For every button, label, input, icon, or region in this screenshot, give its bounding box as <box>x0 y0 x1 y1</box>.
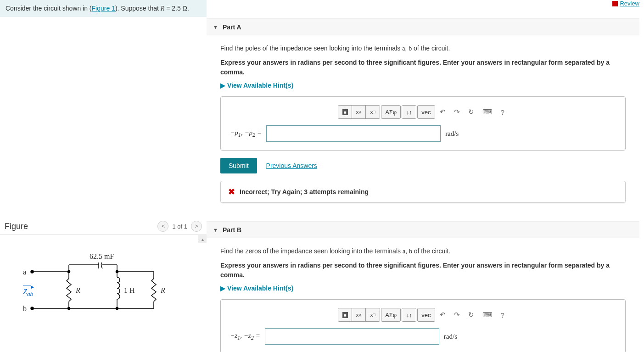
figure-section: Figure < 1 of 1 > ▴ 62.5 mF a b Zab ▶ <box>0 218 207 340</box>
vec-button[interactable]: vec <box>418 106 434 118</box>
figure-link[interactable]: Figure 1 <box>92 5 115 12</box>
answer-box-a: ■ x√ x□ ΑΣφ ↓↑ vec ↶ <box>220 96 626 151</box>
figure-next-button[interactable]: > <box>191 221 202 232</box>
subscript-button[interactable]: x□ <box>366 106 380 118</box>
answer-box-b: ■ x√ x□ ΑΣφ ↓↑ vec ↶ <box>220 299 626 352</box>
undo-button[interactable]: ↶ <box>436 308 449 321</box>
caret-right-icon: ▶ <box>220 82 225 89</box>
part-b-header[interactable]: ▼ Part B <box>207 221 639 238</box>
problem-variable: R <box>161 5 165 12</box>
figure-title: Figure <box>5 222 28 231</box>
problem-statement: Consider the circuit shown in (Figure 1)… <box>0 0 207 17</box>
caret-down-icon: ▼ <box>213 227 218 233</box>
problem-text-after: ). Suppose that <box>115 5 161 12</box>
reset-button[interactable]: ↻ <box>465 106 478 118</box>
keyboard-button[interactable]: ⌨ <box>479 308 496 321</box>
problem-text-before: Consider the circuit shown in ( <box>6 5 92 12</box>
arrows-button[interactable]: ↓↑ <box>402 106 416 118</box>
subscript-button[interactable]: x□ <box>366 308 380 321</box>
redo-button[interactable]: ↷ <box>450 106 464 118</box>
part-b-instruction2: Express your answers in radians per seco… <box>220 261 626 280</box>
terminal-b-label: b <box>23 305 27 313</box>
zab-label: Zab ▶ <box>23 288 33 298</box>
part-b-instruction1: Find the zeros of the impedance seen loo… <box>220 246 626 256</box>
fraction-button[interactable]: x√ <box>352 308 366 321</box>
part-b-section: ▼ Part B Find the zeros of the impedance… <box>207 221 639 352</box>
templates-button[interactable]: ■ <box>338 308 352 321</box>
figure-prev-button[interactable]: < <box>157 221 168 232</box>
vec-button[interactable]: vec <box>418 308 434 321</box>
flag-icon <box>612 1 618 6</box>
answer-input-a[interactable] <box>266 125 441 142</box>
answer-unit-b: rad/s <box>444 333 457 341</box>
part-a-section: ▼ Part A Find the poles of the impedance… <box>207 18 639 207</box>
toolbar-b: ■ x√ x□ ΑΣφ ↓↑ vec ↶ <box>230 308 616 322</box>
feedback-text-a: Incorrect; Try Again; 3 attempts remaini… <box>240 188 369 196</box>
r1-label: R <box>76 286 80 295</box>
answer-label-a: −p1, −p2 = <box>230 129 262 139</box>
greek-button[interactable]: ΑΣφ <box>381 308 400 321</box>
answer-input-b[interactable] <box>265 328 439 345</box>
part-a-title: Part A <box>223 23 241 31</box>
previous-answers-a[interactable]: Previous Answers <box>266 162 317 169</box>
capacitor-label: 62.5 mF <box>90 252 114 261</box>
scroll-up-icon[interactable]: ▴ <box>198 235 207 243</box>
help-button[interactable]: ? <box>497 309 508 321</box>
problem-value: = 2.5 Ω. <box>164 5 189 12</box>
keyboard-button[interactable]: ⌨ <box>479 106 496 118</box>
help-button[interactable]: ? <box>497 106 508 118</box>
view-hints-b[interactable]: ▶ View Available Hint(s) <box>220 285 626 292</box>
inductor-label: 1 H <box>124 286 135 295</box>
redo-button[interactable]: ↷ <box>450 308 464 321</box>
part-a-header[interactable]: ▼ Part A <box>207 18 639 35</box>
arrows-button[interactable]: ↓↑ <box>402 308 416 321</box>
answer-unit-a: rad/s <box>445 130 459 138</box>
caret-right-icon: ▶ <box>220 285 225 292</box>
r2-label: R <box>161 286 165 295</box>
circuit-diagram: 62.5 mF a b Zab ▶ R 1 H R <box>23 263 184 327</box>
answer-label-b: −z1, −z2 = <box>230 332 260 341</box>
fraction-button[interactable]: x√ <box>352 106 366 118</box>
terminal-a-label: a <box>23 268 26 276</box>
part-a-instruction1: Find the poles of the impedance seen loo… <box>220 44 626 53</box>
feedback-box-a: ✖ Incorrect; Try Again; 3 attempts remai… <box>220 181 626 203</box>
figure-body: ▴ 62.5 mF a b Zab ▶ R 1 H R <box>0 235 207 340</box>
reset-button[interactable]: ↻ <box>465 308 478 321</box>
caret-down-icon: ▼ <box>213 24 218 30</box>
review-link[interactable]: Review <box>612 0 639 7</box>
submit-button-a[interactable]: Submit <box>220 158 257 173</box>
incorrect-icon: ✖ <box>228 187 235 197</box>
greek-button[interactable]: ΑΣφ <box>381 106 400 118</box>
undo-button[interactable]: ↶ <box>436 106 449 118</box>
view-hints-a[interactable]: ▶ View Available Hint(s) <box>220 82 626 89</box>
templates-button[interactable]: ■ <box>338 106 352 118</box>
toolbar-a: ■ x√ x□ ΑΣφ ↓↑ vec ↶ <box>230 105 616 119</box>
figure-counter: 1 of 1 <box>172 223 187 230</box>
part-a-instruction2: Express your answers in radians per seco… <box>220 58 626 77</box>
part-b-title: Part B <box>223 226 241 234</box>
